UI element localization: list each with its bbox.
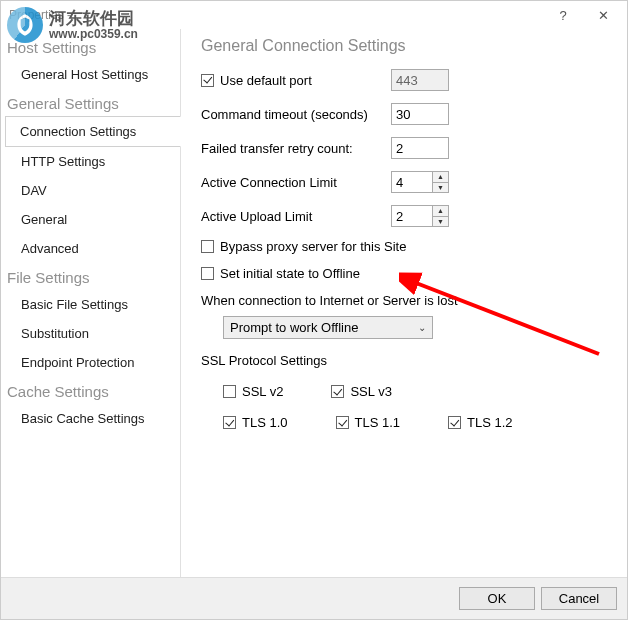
retry-count-label: Failed transfer retry count: <box>201 141 391 156</box>
active-conn-limit-spinner[interactable]: ▲▼ <box>391 171 449 193</box>
svg-line-0 <box>411 281 599 354</box>
group-host-settings: Host Settings <box>5 33 180 60</box>
ok-button[interactable]: OK <box>459 587 535 610</box>
chevron-down-icon: ⌄ <box>418 322 426 333</box>
checkbox-icon <box>336 416 349 429</box>
active-conn-limit-input[interactable] <box>391 171 433 193</box>
use-default-port-checkbox[interactable]: Use default port <box>201 73 312 88</box>
when-lost-dropdown[interactable]: Prompt to work Offline ⌄ <box>223 316 433 339</box>
checkbox-icon <box>223 385 236 398</box>
group-file-settings: File Settings <box>5 263 180 290</box>
chevron-up-icon[interactable]: ▲ <box>433 206 448 216</box>
active-conn-limit-label: Active Connection Limit <box>201 175 391 190</box>
nav-basic-file-settings[interactable]: Basic File Settings <box>5 290 180 319</box>
tls12-checkbox[interactable]: TLS 1.2 <box>448 415 513 430</box>
ssl-v2-checkbox[interactable]: SSL v2 <box>223 384 283 399</box>
checkbox-icon <box>223 416 236 429</box>
ssl-title: SSL Protocol Settings <box>201 353 607 368</box>
footer: OK Cancel <box>1 577 627 619</box>
checkbox-icon <box>201 74 214 87</box>
port-input <box>391 69 449 91</box>
chevron-up-icon[interactable]: ▲ <box>433 172 448 182</box>
offline-initial-checkbox[interactable]: Set initial state to Offline <box>201 266 360 281</box>
checkbox-icon <box>331 385 344 398</box>
checkbox-icon <box>201 240 214 253</box>
help-button[interactable]: ? <box>543 2 583 28</box>
when-lost-value: Prompt to work Offline <box>230 320 358 335</box>
tls10-checkbox[interactable]: TLS 1.0 <box>223 415 288 430</box>
retry-count-input[interactable] <box>391 137 449 159</box>
nav-http-settings[interactable]: HTTP Settings <box>5 147 180 176</box>
titlebar: Properties - ? ✕ <box>1 1 627 29</box>
group-general-settings: General Settings <box>5 89 180 116</box>
ssl-v3-checkbox[interactable]: SSL v3 <box>331 384 391 399</box>
when-lost-label: When connection to Internet or Server is… <box>201 293 607 308</box>
sidebar: Host Settings General Host Settings Gene… <box>1 29 181 577</box>
active-upload-limit-label: Active Upload Limit <box>201 209 391 224</box>
group-cache-settings: Cache Settings <box>5 377 180 404</box>
active-upload-limit-input[interactable] <box>391 205 433 227</box>
bypass-proxy-label: Bypass proxy server for this Site <box>220 239 406 254</box>
nav-advanced[interactable]: Advanced <box>5 234 180 263</box>
close-button[interactable]: ✕ <box>583 2 623 28</box>
nav-general[interactable]: General <box>5 205 180 234</box>
chevron-down-icon[interactable]: ▼ <box>433 182 448 193</box>
command-timeout-label: Command timeout (seconds) <box>201 107 391 122</box>
bypass-proxy-checkbox[interactable]: Bypass proxy server for this Site <box>201 239 406 254</box>
active-upload-limit-spinner[interactable]: ▲▼ <box>391 205 449 227</box>
nav-basic-cache-settings[interactable]: Basic Cache Settings <box>5 404 180 433</box>
window-title: Properties - <box>9 8 543 22</box>
nav-dav[interactable]: DAV <box>5 176 180 205</box>
command-timeout-input[interactable] <box>391 103 449 125</box>
nav-connection-settings[interactable]: Connection Settings <box>5 116 181 147</box>
offline-initial-label: Set initial state to Offline <box>220 266 360 281</box>
cancel-button[interactable]: Cancel <box>541 587 617 610</box>
checkbox-icon <box>201 267 214 280</box>
content-title: General Connection Settings <box>201 37 607 55</box>
nav-endpoint-protection[interactable]: Endpoint Protection <box>5 348 180 377</box>
checkbox-icon <box>448 416 461 429</box>
nav-substitution[interactable]: Substitution <box>5 319 180 348</box>
tls11-checkbox[interactable]: TLS 1.1 <box>336 415 401 430</box>
use-default-port-label: Use default port <box>220 73 312 88</box>
nav-general-host-settings[interactable]: General Host Settings <box>5 60 180 89</box>
chevron-down-icon[interactable]: ▼ <box>433 216 448 227</box>
content-panel: General Connection Settings Use default … <box>181 29 627 577</box>
